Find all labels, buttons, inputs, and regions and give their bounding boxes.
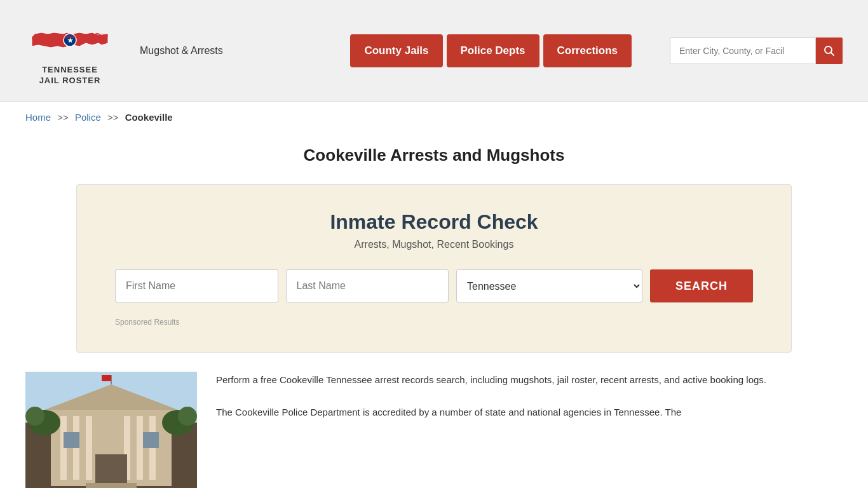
svg-rect-20 bbox=[86, 483, 137, 488]
site-header: ★ TENNESSEE JAIL ROSTER Mugshot & Arrest… bbox=[0, 0, 868, 102]
county-jails-button[interactable]: County Jails bbox=[350, 34, 442, 67]
svg-point-27 bbox=[178, 407, 197, 426]
logo-icon: ★ bbox=[29, 15, 111, 62]
state-select[interactable]: AlabamaAlaskaArizonaArkansasCaliforniaCo… bbox=[456, 269, 642, 302]
breadcrumb-sep2: >> bbox=[107, 112, 119, 123]
page-title: Cookeville Arrests and Mugshots bbox=[0, 146, 868, 165]
breadcrumb: Home >> Police >> Cookeville bbox=[0, 102, 868, 133]
breadcrumb-current: Cookeville bbox=[125, 112, 173, 123]
content-description: Perform a free Cookeville Tennessee arre… bbox=[216, 372, 843, 488]
logo-text: TENNESSEE JAIL ROSTER bbox=[39, 65, 101, 86]
svg-rect-12 bbox=[86, 416, 92, 480]
svg-rect-17 bbox=[95, 454, 127, 486]
header-search-input[interactable] bbox=[670, 37, 816, 64]
record-check-box: Inmate Record Check Arrests, Mugshot, Re… bbox=[76, 184, 792, 353]
svg-line-6 bbox=[831, 52, 834, 55]
corrections-button[interactable]: Corrections bbox=[543, 34, 632, 67]
breadcrumb-home-link[interactable]: Home bbox=[25, 112, 51, 123]
header-search-area bbox=[670, 37, 843, 64]
svg-rect-4 bbox=[102, 37, 104, 39]
logo-area: ★ TENNESSEE JAIL ROSTER bbox=[25, 15, 114, 86]
police-depts-button[interactable]: Police Depts bbox=[447, 34, 539, 67]
svg-rect-23 bbox=[102, 375, 111, 381]
header-search-button[interactable] bbox=[816, 37, 843, 64]
content-paragraph-1: Perform a free Cookeville Tennessee arre… bbox=[216, 372, 843, 388]
record-check-form: AlabamaAlaskaArizonaArkansasCaliforniaCo… bbox=[115, 269, 753, 302]
record-check-search-button[interactable]: SEARCH bbox=[650, 269, 753, 302]
content-area: Perform a free Cookeville Tennessee arre… bbox=[0, 372, 868, 488]
sponsored-label: Sponsored Results bbox=[115, 318, 753, 327]
record-check-subtitle: Arrests, Mugshot, Recent Bookings bbox=[115, 239, 753, 250]
last-name-input[interactable] bbox=[286, 269, 449, 302]
breadcrumb-sep1: >> bbox=[57, 112, 69, 123]
cookeville-building-image bbox=[25, 372, 197, 488]
svg-rect-3 bbox=[98, 36, 105, 37]
building-illustration bbox=[25, 372, 197, 488]
content-paragraph-2: The Cookeville Police Department is accr… bbox=[216, 404, 843, 421]
svg-rect-18 bbox=[64, 432, 79, 448]
record-check-title: Inmate Record Check bbox=[115, 210, 753, 234]
breadcrumb-police-link[interactable]: Police bbox=[75, 112, 101, 123]
svg-rect-19 bbox=[143, 432, 159, 448]
search-icon bbox=[824, 45, 835, 57]
nav-buttons: County Jails Police Depts Corrections bbox=[350, 34, 632, 67]
svg-rect-14 bbox=[137, 416, 143, 480]
svg-point-26 bbox=[25, 407, 44, 426]
mugshot-arrests-link[interactable]: Mugshot & Arrests bbox=[140, 45, 223, 57]
first-name-input[interactable] bbox=[115, 269, 278, 302]
